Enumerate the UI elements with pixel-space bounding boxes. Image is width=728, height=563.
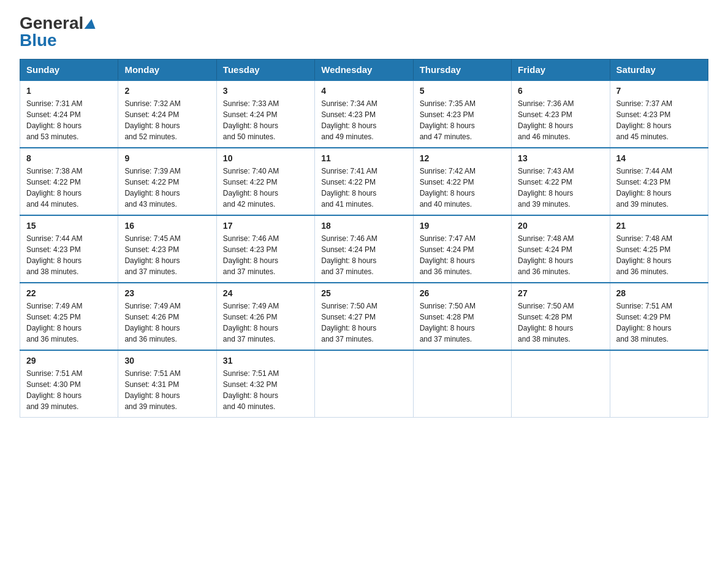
day-info: Sunrise: 7:33 AMSunset: 4:24 PMDaylight:… [223,98,308,142]
day-info: Sunrise: 7:47 AMSunset: 4:24 PMDaylight:… [420,233,505,277]
day-number: 11 [321,153,406,163]
calendar-cell [413,350,511,418]
day-info: Sunrise: 7:42 AMSunset: 4:22 PMDaylight:… [420,166,505,210]
calendar-cell: 9Sunrise: 7:39 AMSunset: 4:22 PMDaylight… [118,148,216,215]
calendar-cell: 20Sunrise: 7:48 AMSunset: 4:24 PMDayligh… [512,215,610,283]
day-number: 22 [26,288,112,298]
calendar-cell: 18Sunrise: 7:46 AMSunset: 4:24 PMDayligh… [315,215,413,283]
day-number: 4 [321,86,406,96]
week-row-2: 8Sunrise: 7:38 AMSunset: 4:22 PMDaylight… [20,148,708,215]
day-info: Sunrise: 7:38 AMSunset: 4:22 PMDaylight:… [26,166,112,210]
calendar-cell: 16Sunrise: 7:45 AMSunset: 4:23 PMDayligh… [118,215,216,283]
day-info: Sunrise: 7:48 AMSunset: 4:24 PMDaylight:… [518,233,603,277]
day-info: Sunrise: 7:44 AMSunset: 4:23 PMDaylight:… [616,166,702,210]
calendar-cell: 23Sunrise: 7:49 AMSunset: 4:26 PMDayligh… [118,283,216,350]
calendar-cell [315,350,413,418]
calendar-cell: 27Sunrise: 7:50 AMSunset: 4:28 PMDayligh… [512,283,610,350]
calendar-cell: 22Sunrise: 7:49 AMSunset: 4:25 PMDayligh… [20,283,118,350]
header-monday: Monday [118,59,216,81]
calendar-body: 1Sunrise: 7:31 AMSunset: 4:24 PMDaylight… [20,80,708,418]
calendar-cell: 2Sunrise: 7:32 AMSunset: 4:24 PMDaylight… [118,80,216,148]
day-info: Sunrise: 7:49 AMSunset: 4:26 PMDaylight:… [223,301,308,345]
day-info: Sunrise: 7:48 AMSunset: 4:25 PMDaylight:… [616,233,702,277]
calendar-cell: 14Sunrise: 7:44 AMSunset: 4:23 PMDayligh… [610,148,708,215]
day-info: Sunrise: 7:36 AMSunset: 4:23 PMDaylight:… [518,98,603,142]
day-info: Sunrise: 7:49 AMSunset: 4:25 PMDaylight:… [26,301,112,345]
day-number: 25 [321,288,406,298]
day-number: 31 [223,356,308,366]
day-number: 18 [321,221,406,231]
calendar-cell: 5Sunrise: 7:35 AMSunset: 4:23 PMDaylight… [413,80,511,148]
header-sunday: Sunday [20,59,118,81]
day-number: 26 [420,288,505,298]
day-info: Sunrise: 7:32 AMSunset: 4:24 PMDaylight:… [124,98,210,142]
day-info: Sunrise: 7:41 AMSunset: 4:22 PMDaylight:… [321,166,406,210]
day-info: Sunrise: 7:39 AMSunset: 4:22 PMDaylight:… [124,166,210,210]
calendar-cell: 25Sunrise: 7:50 AMSunset: 4:27 PMDayligh… [315,283,413,350]
day-number: 24 [223,288,308,298]
calendar-cell: 6Sunrise: 7:36 AMSunset: 4:23 PMDaylight… [512,80,610,148]
day-number: 30 [124,356,210,366]
calendar-cell: 7Sunrise: 7:37 AMSunset: 4:23 PMDaylight… [610,80,708,148]
calendar-table: SundayMondayTuesdayWednesdayThursdayFrid… [20,59,708,418]
calendar-cell [610,350,708,418]
logo-general: General [20,15,96,32]
day-info: Sunrise: 7:44 AMSunset: 4:23 PMDaylight:… [26,233,112,277]
day-info: Sunrise: 7:46 AMSunset: 4:24 PMDaylight:… [321,233,406,277]
day-info: Sunrise: 7:46 AMSunset: 4:23 PMDaylight:… [223,233,308,277]
page-header: General Blue [20,15,708,49]
day-info: Sunrise: 7:37 AMSunset: 4:23 PMDaylight:… [616,98,702,142]
day-info: Sunrise: 7:31 AMSunset: 4:24 PMDaylight:… [26,98,112,142]
calendar-cell: 28Sunrise: 7:51 AMSunset: 4:29 PMDayligh… [610,283,708,350]
day-number: 7 [616,86,702,96]
day-info: Sunrise: 7:51 AMSunset: 4:31 PMDaylight:… [124,368,210,412]
week-row-1: 1Sunrise: 7:31 AMSunset: 4:24 PMDaylight… [20,80,708,148]
calendar-cell: 10Sunrise: 7:40 AMSunset: 4:22 PMDayligh… [216,148,314,215]
day-info: Sunrise: 7:51 AMSunset: 4:30 PMDaylight:… [26,368,112,412]
calendar-cell: 11Sunrise: 7:41 AMSunset: 4:22 PMDayligh… [315,148,413,215]
calendar-cell: 15Sunrise: 7:44 AMSunset: 4:23 PMDayligh… [20,215,118,283]
day-info: Sunrise: 7:50 AMSunset: 4:28 PMDaylight:… [518,301,603,345]
day-number: 23 [124,288,210,298]
day-number: 10 [223,153,308,163]
day-info: Sunrise: 7:51 AMSunset: 4:29 PMDaylight:… [616,301,702,345]
calendar-cell: 24Sunrise: 7:49 AMSunset: 4:26 PMDayligh… [216,283,314,350]
logo-blue: Blue [20,32,57,49]
header-saturday: Saturday [610,59,708,81]
day-number: 5 [420,86,505,96]
day-info: Sunrise: 7:43 AMSunset: 4:22 PMDaylight:… [518,166,603,210]
calendar-cell: 8Sunrise: 7:38 AMSunset: 4:22 PMDaylight… [20,148,118,215]
day-number: 29 [26,356,112,366]
calendar-cell [512,350,610,418]
day-number: 21 [616,221,702,231]
logo: General Blue [20,15,96,49]
day-number: 19 [420,221,505,231]
day-number: 1 [26,86,112,96]
day-number: 13 [518,153,603,163]
day-number: 17 [223,221,308,231]
day-number: 2 [124,86,210,96]
calendar-cell: 29Sunrise: 7:51 AMSunset: 4:30 PMDayligh… [20,350,118,418]
day-number: 28 [616,288,702,298]
calendar-cell: 3Sunrise: 7:33 AMSunset: 4:24 PMDaylight… [216,80,314,148]
week-row-3: 15Sunrise: 7:44 AMSunset: 4:23 PMDayligh… [20,215,708,283]
day-info: Sunrise: 7:40 AMSunset: 4:22 PMDaylight:… [223,166,308,210]
day-info: Sunrise: 7:34 AMSunset: 4:23 PMDaylight:… [321,98,406,142]
calendar-cell: 19Sunrise: 7:47 AMSunset: 4:24 PMDayligh… [413,215,511,283]
calendar-cell: 4Sunrise: 7:34 AMSunset: 4:23 PMDaylight… [315,80,413,148]
calendar-cell: 1Sunrise: 7:31 AMSunset: 4:24 PMDaylight… [20,80,118,148]
day-info: Sunrise: 7:45 AMSunset: 4:23 PMDaylight:… [124,233,210,277]
calendar-cell: 21Sunrise: 7:48 AMSunset: 4:25 PMDayligh… [610,215,708,283]
day-info: Sunrise: 7:50 AMSunset: 4:28 PMDaylight:… [420,301,505,345]
calendar-cell: 26Sunrise: 7:50 AMSunset: 4:28 PMDayligh… [413,283,511,350]
day-number: 12 [420,153,505,163]
day-number: 6 [518,86,603,96]
day-number: 8 [26,153,112,163]
day-info: Sunrise: 7:50 AMSunset: 4:27 PMDaylight:… [321,301,406,345]
calendar-cell: 17Sunrise: 7:46 AMSunset: 4:23 PMDayligh… [216,215,314,283]
header-thursday: Thursday [413,59,511,81]
day-number: 9 [124,153,210,163]
day-number: 16 [124,221,210,231]
header-tuesday: Tuesday [216,59,314,81]
day-info: Sunrise: 7:51 AMSunset: 4:32 PMDaylight:… [223,368,308,412]
